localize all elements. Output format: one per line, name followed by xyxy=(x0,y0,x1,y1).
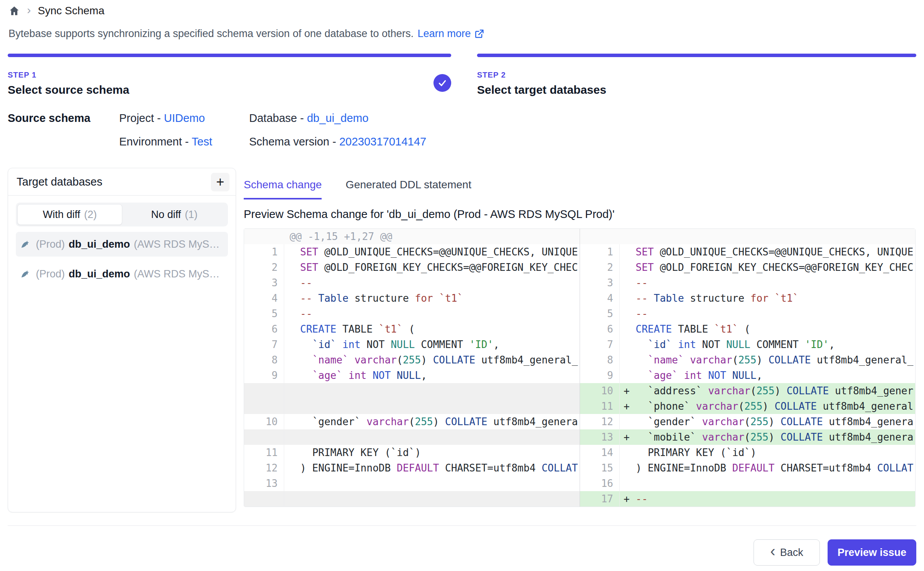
diff-code-line: + `phone` varchar(255) COLLATE utf8mb4_g… xyxy=(620,399,915,414)
database-field: Database - db_ui_demo xyxy=(249,112,427,125)
diff-line-number: 14 xyxy=(580,445,620,460)
diff-code-line: `id` int NOT NULL COMMENT 'ID', xyxy=(620,337,915,352)
diff-code-line: -- xyxy=(284,306,580,321)
diff-hunk-header: @@ -1,15 +1,27 @@ xyxy=(244,229,580,244)
step-progress-bars xyxy=(8,54,916,57)
source-schema-label: Source schema xyxy=(8,112,119,125)
diff-code-line: + -- xyxy=(620,491,915,507)
diff-line-number: 10 xyxy=(244,414,284,429)
diff-line-number: 8 xyxy=(244,352,284,368)
diff-grid[interactable]: @@ -1,15 +1,27 @@1 SET @OLD_UNIQUE_CHECK… xyxy=(244,228,916,507)
diff-line-number: 8 xyxy=(580,352,620,368)
environment-field: Environment - Test xyxy=(119,135,249,148)
diff-code-line: `age` int NOT NULL, xyxy=(284,368,580,383)
diff-code-line: CREATE TABLE `t1` ( xyxy=(284,321,580,337)
database-link[interactable]: db_ui_demo xyxy=(307,112,369,124)
preview-issue-button[interactable]: Preview issue xyxy=(828,539,916,566)
home-icon[interactable] xyxy=(8,5,20,17)
filter-tab-no-diff[interactable]: No diff(1) xyxy=(122,204,226,225)
diff-line-number: 9 xyxy=(580,368,620,383)
diff-code-line xyxy=(284,476,580,491)
diff-code-line: `name` varchar(255) COLLATE utf8mb4_gene… xyxy=(620,352,915,368)
diff-line-number: 10 xyxy=(580,383,620,399)
diff-code-line: ) ENGINE=InnoDB DEFAULT CHARSET=utf8mb4 … xyxy=(284,460,580,476)
diff-code-line: -- Table structure for `t1` xyxy=(284,291,580,306)
diff-line-number: 1 xyxy=(580,244,620,260)
diff-code-line xyxy=(284,399,580,414)
diff-line-number: 3 xyxy=(244,275,284,291)
step1-title: Select source schema xyxy=(8,83,129,96)
diff-code-line: -- xyxy=(284,275,580,291)
diff-code-line: `age` int NOT NULL, xyxy=(620,368,915,383)
diff-line-number: 11 xyxy=(580,399,620,414)
diff-line-number: 13 xyxy=(244,476,284,491)
tab-generated-ddl-statement[interactable]: Generated DDL statement xyxy=(346,179,471,199)
target-databases-header: Target databases + xyxy=(8,168,236,196)
schema-version-field: Schema version - 20230317014147 xyxy=(249,135,427,148)
database-item[interactable]: (Prod)db_ui_demo(AWS RDS MyS… xyxy=(16,232,228,257)
diff-code-line: SET @OLD_FOREIGN_KEY_CHECKS=@@FOREIGN_KE… xyxy=(620,260,915,275)
diff-code-line: `gender` varchar(255) COLLATE utf8mb4_ge… xyxy=(620,414,915,429)
intro-text: Bytebase supports synchronizing a specif… xyxy=(8,28,484,40)
mysql-dolphin-icon xyxy=(20,268,32,280)
diff-line-number xyxy=(244,383,284,399)
database-name: db_ui_demo xyxy=(69,268,130,280)
back-button[interactable]: ‹ Back xyxy=(754,539,820,566)
project-link[interactable]: UIDemo xyxy=(164,112,205,124)
diff-code-line: + `mobile` varchar(255) COLLATE utf8mb4_… xyxy=(620,429,915,445)
diff-code-line: -- xyxy=(620,275,915,291)
database-item[interactable]: (Prod)db_ui_demo(AWS RDS MyS… xyxy=(16,262,228,286)
step-1: STEP 1 Select source schema xyxy=(8,71,129,96)
diff-line-number xyxy=(244,429,284,445)
database-instance: (AWS RDS MyS… xyxy=(134,268,220,280)
source-schema-summary: Source schema Project - UIDemo Database … xyxy=(8,112,427,148)
step1-complete-icon xyxy=(433,74,451,92)
add-target-database-button[interactable]: + xyxy=(211,173,229,191)
breadcrumb-chevron-icon: › xyxy=(27,4,31,16)
breadcrumb-current-page: Sync Schema xyxy=(38,5,105,17)
diff-line-number: 9 xyxy=(244,368,284,383)
diff-line-number: 13 xyxy=(580,429,620,445)
target-databases-panel: Target databases + With diff(2)No diff(1… xyxy=(8,168,236,512)
database-instance: (AWS RDS MyS… xyxy=(134,238,220,250)
external-link-icon xyxy=(474,29,484,39)
diff-line-number: 3 xyxy=(580,275,620,291)
environment-link[interactable]: Test xyxy=(192,135,212,148)
diff-code-line xyxy=(284,383,580,399)
diff-line-number: 1 xyxy=(244,244,284,260)
diff-code-line: + `address` varchar(255) COLLATE utf8mb4… xyxy=(620,383,915,399)
tab-schema-change[interactable]: Schema change xyxy=(244,179,322,199)
diff-line-number: 12 xyxy=(244,460,284,476)
diff-code-line xyxy=(284,491,580,507)
diff-code-line: PRIMARY KEY (`id`) xyxy=(620,445,915,460)
diff-code-line: SET @OLD_FOREIGN_KEY_CHECKS=@@FOREIGN_KE… xyxy=(284,260,580,275)
diff-code-line: `id` int NOT NULL COMMENT 'ID', xyxy=(284,337,580,352)
learn-more-link[interactable]: Learn more xyxy=(418,28,484,40)
diff-line-number: 6 xyxy=(580,321,620,337)
diff-line-number: 7 xyxy=(244,337,284,352)
step2-label: STEP 2 xyxy=(477,71,606,79)
preview-title: Preview Schema change for 'db_ui_demo (P… xyxy=(244,208,615,221)
diff-line-number xyxy=(244,399,284,414)
filter-tab-with-diff[interactable]: With diff(2) xyxy=(17,204,122,225)
diff-line-number: 11 xyxy=(244,445,284,460)
step2-title: Select target databases xyxy=(477,83,606,96)
footer-divider xyxy=(8,525,916,526)
target-databases-title: Target databases xyxy=(17,176,102,188)
diff-code-line: `name` varchar(255) COLLATE utf8mb4_gene… xyxy=(284,352,580,368)
diff-code-line xyxy=(620,476,915,491)
diff-code-line: ) ENGINE=InnoDB DEFAULT CHARSET=utf8mb4 … xyxy=(620,460,915,476)
preview-tabs: Schema changeGenerated DDL statement xyxy=(244,179,471,199)
intro-description: Bytebase supports synchronizing a specif… xyxy=(8,28,414,40)
schema-version-link[interactable]: 20230317014147 xyxy=(339,135,427,148)
database-environment: (Prod) xyxy=(36,238,65,250)
diff-code-line: `gender` varchar(255) COLLATE utf8mb4_ge… xyxy=(284,414,580,429)
step-2: STEP 2 Select target databases xyxy=(477,71,606,96)
step2-progress-bar xyxy=(477,54,916,57)
diff-line-number: 2 xyxy=(244,260,284,275)
diff-line-number: 4 xyxy=(244,291,284,306)
diff-line-number: 5 xyxy=(244,306,284,321)
diff-code-line xyxy=(284,429,580,445)
diff-filter-tabs: With diff(2)No diff(1) xyxy=(16,203,228,226)
diff-code-line: -- Table structure for `t1` xyxy=(620,291,915,306)
